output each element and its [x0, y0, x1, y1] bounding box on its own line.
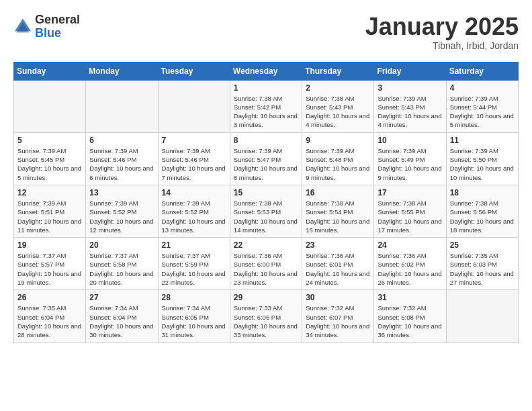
day-detail: Sunrise: 7:39 AMSunset: 5:49 PMDaylight:… [378, 146, 442, 182]
day-cell: 14Sunrise: 7:39 AMSunset: 5:52 PMDayligh… [158, 185, 230, 237]
day-number: 17 [378, 188, 442, 197]
day-detail: Sunrise: 7:35 AMSunset: 6:04 PMDaylight:… [17, 304, 82, 339]
day-detail: Sunrise: 7:37 AMSunset: 5:57 PMDaylight:… [17, 251, 82, 287]
day-number: 29 [234, 293, 298, 302]
weekday-header-saturday: Saturday [446, 62, 518, 80]
day-number: 21 [162, 240, 226, 250]
logo-general: General [35, 13, 80, 27]
day-cell: 3Sunrise: 7:39 AMSunset: 5:43 PMDaylight… [374, 80, 446, 132]
day-detail: Sunrise: 7:38 AMSunset: 5:53 PMDaylight:… [234, 199, 298, 234]
day-cell: 26Sunrise: 7:35 AMSunset: 6:04 PMDayligh… [14, 290, 86, 342]
day-number: 27 [89, 293, 154, 302]
day-detail: Sunrise: 7:33 AMSunset: 6:06 PMDaylight:… [234, 304, 298, 339]
day-cell: 25Sunrise: 7:35 AMSunset: 6:03 PMDayligh… [446, 238, 518, 290]
day-number: 1 [234, 83, 298, 93]
day-cell: 19Sunrise: 7:37 AMSunset: 5:57 PMDayligh… [14, 238, 86, 290]
day-detail: Sunrise: 7:38 AMSunset: 5:43 PMDaylight:… [306, 94, 370, 130]
day-detail: Sunrise: 7:39 AMSunset: 5:52 PMDaylight:… [162, 199, 226, 234]
day-detail: Sunrise: 7:38 AMSunset: 5:42 PMDaylight:… [234, 94, 298, 130]
week-row-4: 19Sunrise: 7:37 AMSunset: 5:57 PMDayligh… [14, 238, 519, 290]
day-detail: Sunrise: 7:39 AMSunset: 5:51 PMDaylight:… [17, 199, 82, 234]
day-detail: Sunrise: 7:39 AMSunset: 5:46 PMDaylight:… [162, 146, 226, 182]
logo-blue: Blue [35, 27, 80, 40]
day-number: 28 [162, 293, 226, 302]
day-cell: 18Sunrise: 7:38 AMSunset: 5:56 PMDayligh… [446, 185, 518, 237]
day-number: 20 [89, 240, 154, 250]
weekday-header-tuesday: Tuesday [158, 62, 230, 80]
day-number: 25 [450, 240, 515, 250]
day-cell [14, 80, 86, 132]
day-number: 2 [306, 83, 370, 93]
day-detail: Sunrise: 7:39 AMSunset: 5:47 PMDaylight:… [234, 146, 298, 182]
day-detail: Sunrise: 7:36 AMSunset: 6:02 PMDaylight:… [378, 251, 442, 287]
day-cell: 29Sunrise: 7:33 AMSunset: 6:06 PMDayligh… [230, 290, 302, 342]
day-cell: 6Sunrise: 7:39 AMSunset: 5:46 PMDaylight… [86, 132, 158, 185]
day-number: 7 [162, 136, 226, 145]
day-cell: 20Sunrise: 7:37 AMSunset: 5:58 PMDayligh… [86, 238, 158, 290]
day-number: 10 [378, 136, 442, 145]
day-detail: Sunrise: 7:35 AMSunset: 6:03 PMDaylight:… [450, 251, 515, 287]
weekday-header-thursday: Thursday [302, 62, 374, 80]
day-cell: 28Sunrise: 7:34 AMSunset: 6:05 PMDayligh… [158, 290, 230, 342]
weekday-header-sunday: Sunday [14, 62, 86, 80]
day-detail: Sunrise: 7:39 AMSunset: 5:45 PMDaylight:… [17, 146, 82, 182]
week-row-1: 1Sunrise: 7:38 AMSunset: 5:42 PMDaylight… [14, 80, 519, 132]
weekday-header-row: SundayMondayTuesdayWednesdayThursdayFrid… [14, 62, 519, 80]
day-number: 30 [306, 293, 370, 302]
day-cell: 27Sunrise: 7:34 AMSunset: 6:04 PMDayligh… [86, 290, 158, 342]
day-cell: 13Sunrise: 7:39 AMSunset: 5:52 PMDayligh… [86, 185, 158, 237]
day-cell: 1Sunrise: 7:38 AMSunset: 5:42 PMDaylight… [230, 80, 302, 132]
day-detail: Sunrise: 7:37 AMSunset: 5:58 PMDaylight:… [89, 251, 154, 287]
day-cell: 24Sunrise: 7:36 AMSunset: 6:02 PMDayligh… [374, 238, 446, 290]
day-number: 14 [162, 188, 226, 197]
day-cell: 16Sunrise: 7:38 AMSunset: 5:54 PMDayligh… [302, 185, 374, 237]
day-detail: Sunrise: 7:36 AMSunset: 6:01 PMDaylight:… [306, 251, 370, 287]
day-detail: Sunrise: 7:39 AMSunset: 5:50 PMDaylight:… [450, 146, 515, 182]
weekday-header-friday: Friday [374, 62, 446, 80]
day-number: 8 [234, 136, 298, 145]
logo-icon [13, 17, 32, 36]
day-number: 6 [89, 136, 154, 145]
weekday-header-wednesday: Wednesday [230, 62, 302, 80]
day-detail: Sunrise: 7:39 AMSunset: 5:48 PMDaylight:… [306, 146, 370, 182]
day-cell: 31Sunrise: 7:32 AMSunset: 6:08 PMDayligh… [374, 290, 446, 342]
day-number: 5 [17, 136, 82, 145]
day-detail: Sunrise: 7:38 AMSunset: 5:56 PMDaylight:… [450, 199, 515, 234]
calendar-table: SundayMondayTuesdayWednesdayThursdayFrid… [13, 62, 519, 343]
day-cell: 2Sunrise: 7:38 AMSunset: 5:43 PMDaylight… [302, 80, 374, 132]
day-number: 24 [378, 240, 442, 250]
day-detail: Sunrise: 7:34 AMSunset: 6:05 PMDaylight:… [162, 304, 226, 339]
day-cell: 23Sunrise: 7:36 AMSunset: 6:01 PMDayligh… [302, 238, 374, 290]
day-detail: Sunrise: 7:34 AMSunset: 6:04 PMDaylight:… [89, 304, 154, 339]
day-detail: Sunrise: 7:39 AMSunset: 5:46 PMDaylight:… [89, 146, 154, 182]
day-number: 4 [450, 83, 515, 93]
calendar-title: January 2025 [365, 13, 519, 40]
day-cell: 17Sunrise: 7:38 AMSunset: 5:55 PMDayligh… [374, 185, 446, 237]
title-area: January 2025 Tibnah, Irbid, Jordan [365, 13, 519, 51]
weekday-header-monday: Monday [86, 62, 158, 80]
day-cell: 8Sunrise: 7:39 AMSunset: 5:47 PMDaylight… [230, 132, 302, 185]
day-cell: 11Sunrise: 7:39 AMSunset: 5:50 PMDayligh… [446, 132, 518, 185]
day-cell [86, 80, 158, 132]
day-detail: Sunrise: 7:38 AMSunset: 5:55 PMDaylight:… [378, 199, 442, 234]
day-cell: 30Sunrise: 7:32 AMSunset: 6:07 PMDayligh… [302, 290, 374, 342]
logo-text: General Blue [35, 13, 80, 40]
day-number: 13 [89, 188, 154, 197]
day-number: 23 [306, 240, 370, 250]
day-detail: Sunrise: 7:39 AMSunset: 5:43 PMDaylight:… [378, 94, 442, 130]
week-row-2: 5Sunrise: 7:39 AMSunset: 5:45 PMDaylight… [14, 132, 519, 185]
week-row-3: 12Sunrise: 7:39 AMSunset: 5:51 PMDayligh… [14, 185, 519, 237]
day-cell: 5Sunrise: 7:39 AMSunset: 5:45 PMDaylight… [14, 132, 86, 185]
day-number: 31 [378, 293, 442, 302]
week-row-5: 26Sunrise: 7:35 AMSunset: 6:04 PMDayligh… [14, 290, 519, 342]
day-cell: 7Sunrise: 7:39 AMSunset: 5:46 PMDaylight… [158, 132, 230, 185]
day-number: 18 [450, 188, 515, 197]
day-detail: Sunrise: 7:39 AMSunset: 5:44 PMDaylight:… [450, 94, 515, 130]
day-cell: 12Sunrise: 7:39 AMSunset: 5:51 PMDayligh… [14, 185, 86, 237]
day-detail: Sunrise: 7:32 AMSunset: 6:07 PMDaylight:… [306, 304, 370, 339]
day-detail: Sunrise: 7:39 AMSunset: 5:52 PMDaylight:… [89, 199, 154, 234]
day-detail: Sunrise: 7:38 AMSunset: 5:54 PMDaylight:… [306, 199, 370, 234]
day-number: 26 [17, 293, 82, 302]
day-number: 15 [234, 188, 298, 197]
calendar-subtitle: Tibnah, Irbid, Jordan [365, 40, 519, 51]
